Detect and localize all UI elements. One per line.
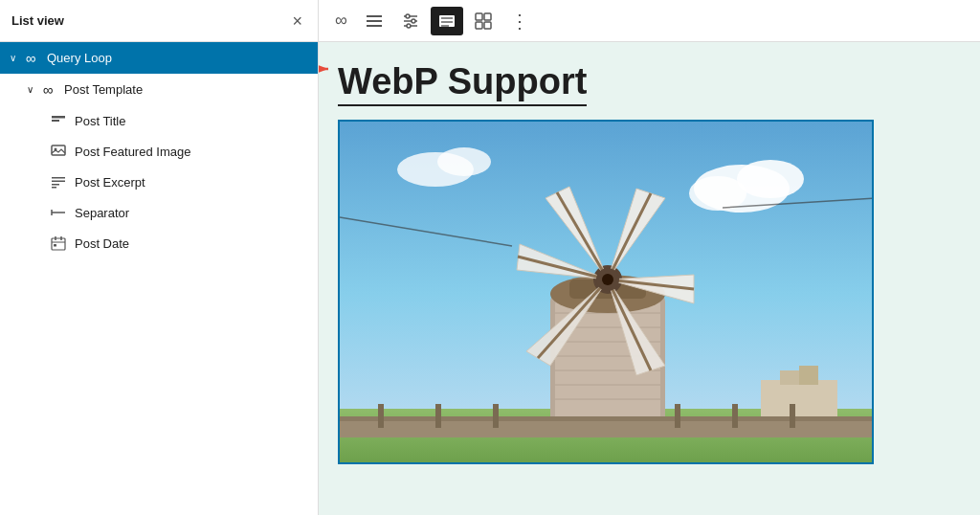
list-item-query-loop[interactable]: ∨ ∞ Query Loop [0,42,318,74]
svg-rect-7 [52,181,65,183]
list-item-post-featured-image[interactable]: Post Featured Image [0,136,318,167]
list-item-post-template[interactable]: ∨ ∞ Post Template [0,74,318,105]
svg-rect-3 [52,120,59,122]
svg-rect-12 [52,238,65,250]
featured-image-container [338,120,874,464]
svg-rect-74 [799,366,818,385]
post-title-icon [50,113,67,128]
svg-point-69 [602,274,613,285]
red-arrow-left [0,44,56,73]
post-excerpt-icon [50,174,67,190]
svg-point-39 [737,160,804,198]
svg-rect-77 [378,404,384,428]
svg-point-25 [407,24,411,28]
list-item-separator[interactable]: Separator [0,197,318,228]
more-options-toolbar-btn[interactable]: ⋮ [503,5,535,37]
svg-rect-17 [367,15,382,17]
post-excerpt-label: Post Excerpt [75,175,145,190]
svg-point-42 [437,147,491,176]
infinity-toolbar-btn[interactable]: ∞ [328,6,354,35]
svg-rect-32 [476,22,482,29]
svg-rect-9 [52,187,56,189]
svg-rect-2 [52,116,65,119]
svg-rect-78 [435,404,441,428]
svg-rect-33 [484,22,491,29]
svg-rect-19 [367,25,382,27]
svg-point-40 [689,176,746,211]
post-title-label: Post Title [75,114,125,128]
separator-label: Separator [75,206,129,220]
align-toolbar-btn[interactable] [358,7,390,35]
list-view-header: List view × [0,0,318,42]
query-loop-label: Query Loop [47,51,112,65]
list-view-title: List view [11,13,64,28]
post-featured-image-label: Post Featured Image [75,145,190,159]
svg-rect-28 [441,21,453,23]
svg-rect-79 [493,404,499,428]
svg-rect-31 [484,13,491,20]
settings-toolbar-btn[interactable] [394,7,427,35]
post-template-label: Post Template [64,82,143,97]
svg-rect-29 [441,25,449,27]
svg-rect-6 [52,177,65,179]
windmill-scene-svg [340,122,874,464]
post-date-icon [50,235,67,251]
list-item-post-date[interactable]: Post Date [0,228,318,258]
svg-rect-80 [675,404,680,428]
list-item-post-title[interactable]: Post Title [0,105,318,136]
svg-rect-4 [52,146,65,155]
red-arrow-content [319,69,328,78]
svg-point-24 [412,19,415,23]
close-button[interactable]: × [288,11,306,32]
svg-rect-16 [54,244,56,247]
svg-rect-81 [732,404,738,428]
post-title-heading: WebP Support [338,61,587,106]
svg-rect-82 [790,404,795,428]
block-view-toolbar-btn[interactable] [431,7,463,35]
grid-view-toolbar-btn[interactable] [467,7,500,35]
featured-image-icon [50,144,67,159]
svg-rect-8 [52,184,59,186]
svg-rect-27 [441,17,453,19]
svg-rect-18 [367,20,382,22]
main-content: ∞ [319,0,980,515]
svg-rect-30 [476,13,482,20]
list-view-items: ∨ ∞ Query Loop ∨ ∞ Post Template Post Ti… [0,42,318,515]
list-view-panel: List view × ∨ ∞ Query Loop ∨ ∞ Post Temp… [0,0,319,515]
content-area: WebP Support [319,42,980,515]
separator-icon [50,205,67,220]
list-item-post-excerpt[interactable]: Post Excerpt [0,167,318,197]
toolbar: ∞ [319,0,980,42]
post-date-label: Post Date [75,236,129,251]
svg-point-23 [406,14,410,18]
infinity-icon: ∞ [39,81,56,98]
chevron-down-icon: ∨ [27,84,33,95]
